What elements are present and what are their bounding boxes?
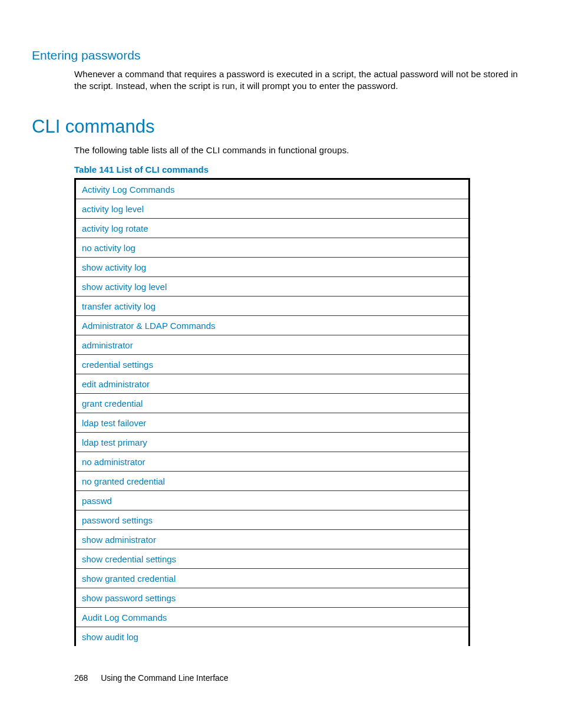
table-row[interactable]: no administrator xyxy=(76,452,468,472)
table-row[interactable]: Audit Log Commands xyxy=(76,608,468,627)
table-row[interactable]: Activity Log Commands xyxy=(76,180,468,199)
paragraph-cli-intro: The following table lists all of the CLI… xyxy=(74,144,530,156)
heading-entering-passwords: Entering passwords xyxy=(32,48,530,62)
table-row[interactable]: activity log level xyxy=(76,199,468,219)
footer-chapter: Using the Command Line Interface xyxy=(101,673,228,683)
table-row[interactable]: show activity log xyxy=(76,258,468,277)
table-row[interactable]: show granted credential xyxy=(76,569,468,588)
table-row[interactable]: Administrator & LDAP Commands xyxy=(76,316,468,335)
table-row[interactable]: passwd xyxy=(76,491,468,510)
table-row[interactable]: show activity log level xyxy=(76,277,468,297)
table-row[interactable]: edit administrator xyxy=(76,374,468,394)
page-number: 268 xyxy=(74,673,88,683)
table-row[interactable]: show password settings xyxy=(76,588,468,608)
table-row[interactable]: ldap test primary xyxy=(76,433,468,452)
table-row[interactable]: show credential settings xyxy=(76,549,468,569)
table-row[interactable]: activity log rotate xyxy=(76,219,468,238)
table-row[interactable]: show administrator xyxy=(76,530,468,549)
table-row[interactable]: grant credential xyxy=(76,394,468,413)
cli-commands-table: Activity Log Commands activity log level… xyxy=(74,178,470,646)
table-row[interactable]: administrator xyxy=(76,335,468,355)
table-row[interactable]: credential settings xyxy=(76,355,468,374)
heading-cli-commands: CLI commands xyxy=(32,116,530,137)
page-footer: 268 Using the Command Line Interface xyxy=(74,673,229,683)
paragraph-entering-passwords: Whenever a command that requires a passw… xyxy=(74,68,530,93)
table-row[interactable]: no activity log xyxy=(76,238,468,258)
table-row[interactable]: password settings xyxy=(76,510,468,530)
table-row[interactable]: show audit log xyxy=(76,627,468,646)
table-row[interactable]: no granted credential xyxy=(76,472,468,491)
table-row[interactable]: ldap test failover xyxy=(76,413,468,433)
table-row[interactable]: transfer activity log xyxy=(76,297,468,316)
table-caption: Table 141 List of CLI commands xyxy=(74,164,530,174)
